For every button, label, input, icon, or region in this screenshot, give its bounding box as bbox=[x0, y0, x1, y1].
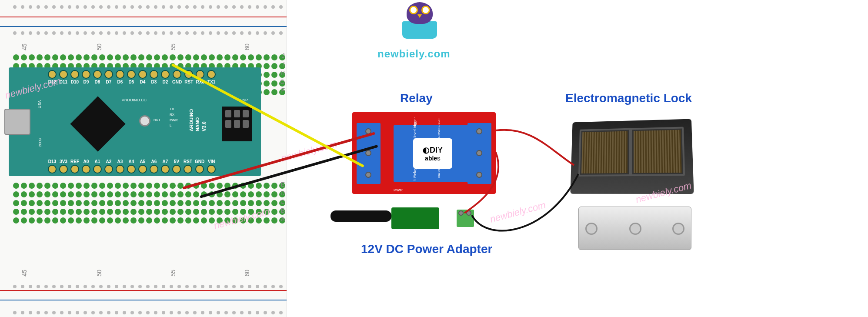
row-label: E bbox=[281, 181, 285, 188]
breadboard-hole bbox=[99, 54, 105, 60]
breadboard-hole bbox=[130, 191, 137, 197]
breadboard-hole bbox=[201, 209, 207, 215]
breadboard-hole bbox=[224, 54, 230, 60]
breadboard-hole bbox=[177, 200, 184, 206]
breadboard-hole bbox=[91, 31, 95, 35]
breadboard-hole bbox=[162, 5, 165, 9]
breadboard-hole bbox=[60, 285, 63, 288]
breadboard-hole bbox=[44, 31, 48, 35]
col-label: 45 bbox=[21, 43, 28, 50]
breadboard-hole bbox=[271, 89, 277, 95]
brand-text: newbiely.com bbox=[377, 48, 451, 60]
breadboard-hole bbox=[37, 191, 43, 197]
nano-pin-A1: A1 bbox=[93, 159, 102, 174]
breadboard-hole bbox=[60, 5, 63, 9]
breadboard-hole bbox=[170, 217, 176, 224]
nano-pin-A7: A7 bbox=[161, 159, 170, 174]
breadboard-hole bbox=[52, 191, 58, 197]
breadboard-hole bbox=[83, 217, 90, 224]
row-label: I bbox=[283, 61, 285, 68]
arduino-cc-label: ARDUINO.CC bbox=[122, 98, 147, 102]
year-label: 2009 bbox=[38, 138, 42, 147]
reset-button[interactable] bbox=[139, 115, 150, 127]
col-label: 45 bbox=[21, 270, 28, 277]
breadboard-hole bbox=[193, 311, 197, 314]
breadboard-hole bbox=[60, 217, 66, 224]
breadboard-hole bbox=[177, 31, 181, 35]
breadboard-hole bbox=[76, 217, 82, 224]
breadboard-hole bbox=[60, 31, 63, 35]
row-label: H bbox=[280, 70, 285, 77]
breadboard-hole bbox=[130, 54, 137, 60]
breadboard-hole bbox=[68, 285, 71, 288]
breadboard-hole bbox=[170, 191, 176, 197]
breadboard-hole bbox=[193, 191, 199, 197]
breadboard-hole bbox=[271, 63, 277, 69]
electromagnetic-lock-body bbox=[570, 119, 694, 194]
wiring-diagram: 45 50 55 60 45 50 55 60 /* rendered belo… bbox=[0, 0, 868, 317]
power-rail-bot-neg bbox=[0, 300, 287, 300]
newbiely-logo bbox=[389, 2, 450, 39]
breadboard-hole bbox=[83, 285, 87, 288]
breadboard-hole bbox=[21, 285, 24, 288]
breadboard-hole bbox=[123, 54, 129, 60]
breadboard-hole bbox=[130, 311, 134, 314]
breadboard-hole bbox=[44, 285, 48, 288]
breadboard-hole bbox=[271, 5, 275, 9]
relay-pwr-label: PWR bbox=[394, 188, 403, 192]
breadboard-hole bbox=[52, 31, 56, 35]
nano-pin-A2: A2 bbox=[104, 159, 113, 174]
breadboard-hole bbox=[29, 311, 32, 314]
breadboard-hole bbox=[154, 183, 160, 189]
breadboard-hole bbox=[123, 191, 129, 197]
breadboard-hole bbox=[138, 285, 142, 288]
breadboard-hole bbox=[185, 217, 191, 224]
breadboard-hole bbox=[232, 311, 236, 314]
breadboard-hole bbox=[115, 311, 118, 314]
breadboard-hole bbox=[264, 89, 270, 95]
breadboard-hole bbox=[29, 31, 32, 35]
breadboard-hole bbox=[99, 183, 105, 189]
breadboard-hole bbox=[224, 191, 230, 197]
breadboard-hole bbox=[279, 31, 283, 35]
breadboard-hole bbox=[13, 311, 17, 314]
breadboard-hole bbox=[193, 209, 199, 215]
relay-label: Relay bbox=[400, 91, 433, 105]
breadboard-hole bbox=[193, 54, 199, 60]
breadboard-hole bbox=[21, 217, 27, 224]
nano-pin-5V: 5V bbox=[172, 159, 181, 174]
breadboard-hole bbox=[107, 54, 113, 60]
breadboard-hole bbox=[52, 285, 56, 288]
breadboard-hole bbox=[271, 183, 277, 189]
led-labels: TX RX PWR L bbox=[170, 107, 178, 129]
breadboard-hole bbox=[52, 311, 56, 314]
row-label: C bbox=[280, 198, 285, 205]
nano-pin-D5: D5 bbox=[127, 70, 136, 84]
breadboard-hole bbox=[264, 63, 270, 69]
breadboard-hole bbox=[99, 31, 103, 35]
breadboard-hole bbox=[91, 311, 95, 314]
breadboard-hole bbox=[29, 285, 32, 288]
breadboard-hole bbox=[232, 200, 238, 206]
breadboard-hole bbox=[256, 285, 259, 288]
nano-pins-bot: D133V3REFA0A1A2A3A4A5A6A75VRSTGNDVIN bbox=[48, 159, 216, 174]
breadboard-hole bbox=[256, 5, 259, 9]
breadboard-hole bbox=[115, 183, 121, 189]
breadboard-hole bbox=[13, 183, 19, 189]
power-rail-top-neg bbox=[0, 26, 287, 27]
nano-pin-REF: REF bbox=[70, 159, 79, 174]
breadboard-hole bbox=[162, 54, 168, 60]
breadboard-hole bbox=[115, 200, 121, 206]
breadboard-hole bbox=[256, 200, 262, 206]
power-rail-bot-pos bbox=[0, 290, 287, 291]
breadboard-hole bbox=[248, 311, 251, 314]
breadboard-hole bbox=[107, 217, 113, 224]
breadboard-hole bbox=[83, 54, 90, 60]
lock-label: Electromagnetic Lock bbox=[565, 91, 692, 105]
breadboard-hole bbox=[170, 183, 176, 189]
breadboard-hole bbox=[107, 200, 113, 206]
breadboard-hole bbox=[217, 209, 223, 215]
nano-pin-D6: D6 bbox=[116, 70, 124, 84]
breadboard-hole bbox=[240, 31, 244, 35]
relay-cube: ◐DIY ables bbox=[394, 125, 472, 182]
